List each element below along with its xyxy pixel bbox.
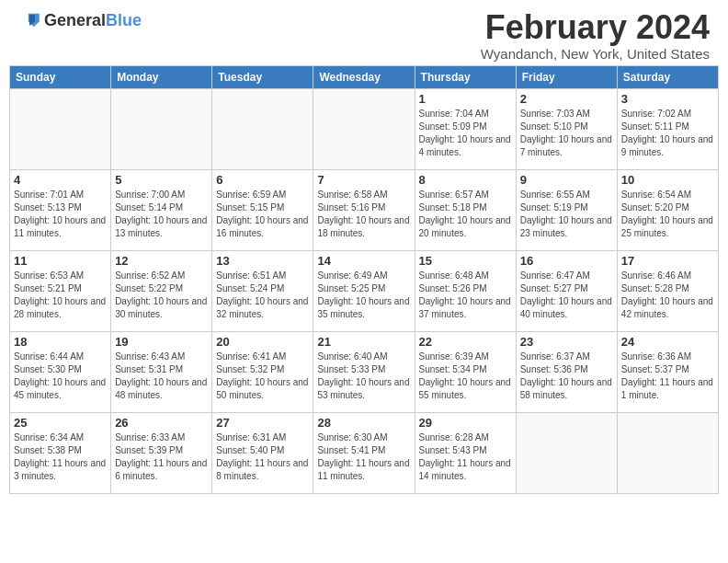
calendar-cell bbox=[212, 88, 313, 169]
calendar-cell: 13Sunrise: 6:51 AM Sunset: 5:24 PM Dayli… bbox=[212, 250, 313, 331]
weekday-header-friday: Friday bbox=[516, 65, 617, 88]
day-number: 17 bbox=[621, 254, 714, 268]
calendar-cell: 3Sunrise: 7:02 AM Sunset: 5:11 PM Daylig… bbox=[617, 88, 718, 169]
calendar-cell: 6Sunrise: 6:59 AM Sunset: 5:15 PM Daylig… bbox=[212, 169, 313, 250]
calendar-week-row: 11Sunrise: 6:53 AM Sunset: 5:21 PM Dayli… bbox=[10, 250, 719, 331]
day-number: 20 bbox=[216, 335, 309, 349]
day-info: Sunrise: 6:31 AM Sunset: 5:40 PM Dayligh… bbox=[216, 431, 309, 483]
calendar-week-row: 4Sunrise: 7:01 AM Sunset: 5:13 PM Daylig… bbox=[10, 169, 719, 250]
logo-general-text: General bbox=[44, 11, 106, 29]
calendar-cell: 14Sunrise: 6:49 AM Sunset: 5:25 PM Dayli… bbox=[313, 250, 415, 331]
month-title: February 2024 bbox=[481, 9, 710, 46]
day-info: Sunrise: 6:46 AM Sunset: 5:28 PM Dayligh… bbox=[621, 270, 714, 321]
calendar-cell: 27Sunrise: 6:31 AM Sunset: 5:40 PM Dayli… bbox=[212, 412, 313, 493]
day-info: Sunrise: 6:33 AM Sunset: 5:39 PM Dayligh… bbox=[115, 431, 208, 483]
weekday-header-wednesday: Wednesday bbox=[313, 65, 415, 88]
day-number: 1 bbox=[419, 92, 512, 106]
header: GeneralBlue February 2024 Wyandanch, New… bbox=[0, 0, 728, 65]
day-info: Sunrise: 6:39 AM Sunset: 5:34 PM Dayligh… bbox=[419, 350, 512, 402]
day-info: Sunrise: 7:04 AM Sunset: 5:09 PM Dayligh… bbox=[419, 108, 512, 159]
day-number: 22 bbox=[419, 335, 512, 349]
calendar-cell: 15Sunrise: 6:48 AM Sunset: 5:26 PM Dayli… bbox=[415, 250, 516, 331]
weekday-header-row: SundayMondayTuesdayWednesdayThursdayFrid… bbox=[10, 65, 719, 88]
calendar-week-row: 25Sunrise: 6:34 AM Sunset: 5:38 PM Dayli… bbox=[10, 412, 719, 493]
day-number: 8 bbox=[419, 173, 512, 187]
calendar-cell: 5Sunrise: 7:00 AM Sunset: 5:14 PM Daylig… bbox=[111, 169, 212, 250]
calendar-cell bbox=[10, 88, 111, 169]
calendar-cell bbox=[617, 412, 718, 493]
calendar-table: SundayMondayTuesdayWednesdayThursdayFrid… bbox=[9, 65, 719, 494]
calendar-cell: 18Sunrise: 6:44 AM Sunset: 5:30 PM Dayli… bbox=[10, 331, 111, 412]
day-number: 3 bbox=[621, 92, 714, 106]
logo: GeneralBlue bbox=[18, 9, 142, 31]
day-info: Sunrise: 6:44 AM Sunset: 5:30 PM Dayligh… bbox=[14, 350, 107, 402]
calendar-cell bbox=[313, 88, 415, 169]
day-number: 10 bbox=[621, 173, 714, 187]
day-info: Sunrise: 6:51 AM Sunset: 5:24 PM Dayligh… bbox=[216, 270, 309, 321]
calendar-cell: 23Sunrise: 6:37 AM Sunset: 5:36 PM Dayli… bbox=[516, 331, 617, 412]
day-info: Sunrise: 6:52 AM Sunset: 5:22 PM Dayligh… bbox=[115, 270, 208, 321]
calendar-cell bbox=[111, 88, 212, 169]
calendar-cell: 8Sunrise: 6:57 AM Sunset: 5:18 PM Daylig… bbox=[415, 169, 516, 250]
day-number: 23 bbox=[520, 335, 613, 349]
calendar-cell: 28Sunrise: 6:30 AM Sunset: 5:41 PM Dayli… bbox=[313, 412, 415, 493]
weekday-header-monday: Monday bbox=[111, 65, 212, 88]
day-number: 28 bbox=[317, 416, 410, 430]
day-info: Sunrise: 6:30 AM Sunset: 5:41 PM Dayligh… bbox=[317, 431, 410, 483]
day-number: 19 bbox=[115, 335, 208, 349]
day-number: 16 bbox=[520, 254, 613, 268]
calendar-cell: 4Sunrise: 7:01 AM Sunset: 5:13 PM Daylig… bbox=[10, 169, 111, 250]
weekday-header-saturday: Saturday bbox=[617, 65, 718, 88]
calendar-cell: 10Sunrise: 6:54 AM Sunset: 5:20 PM Dayli… bbox=[617, 169, 718, 250]
day-number: 15 bbox=[419, 254, 512, 268]
day-info: Sunrise: 7:00 AM Sunset: 5:14 PM Dayligh… bbox=[115, 189, 208, 240]
day-number: 9 bbox=[520, 173, 613, 187]
day-number: 6 bbox=[216, 173, 309, 187]
day-number: 12 bbox=[115, 254, 208, 268]
calendar-cell: 22Sunrise: 6:39 AM Sunset: 5:34 PM Dayli… bbox=[415, 331, 516, 412]
day-number: 4 bbox=[14, 173, 107, 187]
day-info: Sunrise: 6:59 AM Sunset: 5:15 PM Dayligh… bbox=[216, 189, 309, 240]
calendar-cell: 7Sunrise: 6:58 AM Sunset: 5:16 PM Daylig… bbox=[313, 169, 415, 250]
day-info: Sunrise: 6:54 AM Sunset: 5:20 PM Dayligh… bbox=[621, 189, 714, 240]
day-number: 21 bbox=[317, 335, 410, 349]
day-info: Sunrise: 7:02 AM Sunset: 5:11 PM Dayligh… bbox=[621, 108, 714, 159]
day-info: Sunrise: 6:28 AM Sunset: 5:43 PM Dayligh… bbox=[419, 431, 512, 483]
day-number: 5 bbox=[115, 173, 208, 187]
calendar-cell: 19Sunrise: 6:43 AM Sunset: 5:31 PM Dayli… bbox=[111, 331, 212, 412]
calendar-week-row: 18Sunrise: 6:44 AM Sunset: 5:30 PM Dayli… bbox=[10, 331, 719, 412]
calendar-cell: 16Sunrise: 6:47 AM Sunset: 5:27 PM Dayli… bbox=[516, 250, 617, 331]
calendar-cell: 11Sunrise: 6:53 AM Sunset: 5:21 PM Dayli… bbox=[10, 250, 111, 331]
day-info: Sunrise: 6:36 AM Sunset: 5:37 PM Dayligh… bbox=[621, 350, 714, 402]
day-number: 13 bbox=[216, 254, 309, 268]
day-number: 7 bbox=[317, 173, 410, 187]
day-number: 18 bbox=[14, 335, 107, 349]
day-number: 27 bbox=[216, 416, 309, 430]
day-info: Sunrise: 6:40 AM Sunset: 5:33 PM Dayligh… bbox=[317, 350, 410, 402]
day-info: Sunrise: 6:48 AM Sunset: 5:26 PM Dayligh… bbox=[419, 270, 512, 321]
calendar-cell: 24Sunrise: 6:36 AM Sunset: 5:37 PM Dayli… bbox=[617, 331, 718, 412]
calendar-cell: 21Sunrise: 6:40 AM Sunset: 5:33 PM Dayli… bbox=[313, 331, 415, 412]
calendar-cell: 26Sunrise: 6:33 AM Sunset: 5:39 PM Dayli… bbox=[111, 412, 212, 493]
day-number: 24 bbox=[621, 335, 714, 349]
day-number: 25 bbox=[14, 416, 107, 430]
calendar-cell: 29Sunrise: 6:28 AM Sunset: 5:43 PM Dayli… bbox=[415, 412, 516, 493]
calendar-cell: 12Sunrise: 6:52 AM Sunset: 5:22 PM Dayli… bbox=[111, 250, 212, 331]
calendar-cell: 17Sunrise: 6:46 AM Sunset: 5:28 PM Dayli… bbox=[617, 250, 718, 331]
calendar-cell: 2Sunrise: 7:03 AM Sunset: 5:10 PM Daylig… bbox=[516, 88, 617, 169]
location: Wyandanch, New York, United States bbox=[481, 46, 710, 62]
day-info: Sunrise: 6:58 AM Sunset: 5:16 PM Dayligh… bbox=[317, 189, 410, 240]
day-info: Sunrise: 6:57 AM Sunset: 5:18 PM Dayligh… bbox=[419, 189, 512, 240]
day-info: Sunrise: 6:53 AM Sunset: 5:21 PM Dayligh… bbox=[14, 270, 107, 321]
calendar-cell: 9Sunrise: 6:55 AM Sunset: 5:19 PM Daylig… bbox=[516, 169, 617, 250]
title-section: February 2024 Wyandanch, New York, Unite… bbox=[481, 9, 710, 62]
day-info: Sunrise: 6:47 AM Sunset: 5:27 PM Dayligh… bbox=[520, 270, 613, 321]
weekday-header-tuesday: Tuesday bbox=[212, 65, 313, 88]
day-number: 11 bbox=[14, 254, 107, 268]
day-number: 26 bbox=[115, 416, 208, 430]
calendar-cell: 20Sunrise: 6:41 AM Sunset: 5:32 PM Dayli… bbox=[212, 331, 313, 412]
day-number: 29 bbox=[419, 416, 512, 430]
calendar-cell: 25Sunrise: 6:34 AM Sunset: 5:38 PM Dayli… bbox=[10, 412, 111, 493]
day-info: Sunrise: 6:49 AM Sunset: 5:25 PM Dayligh… bbox=[317, 270, 410, 321]
logo-icon bbox=[18, 9, 40, 31]
